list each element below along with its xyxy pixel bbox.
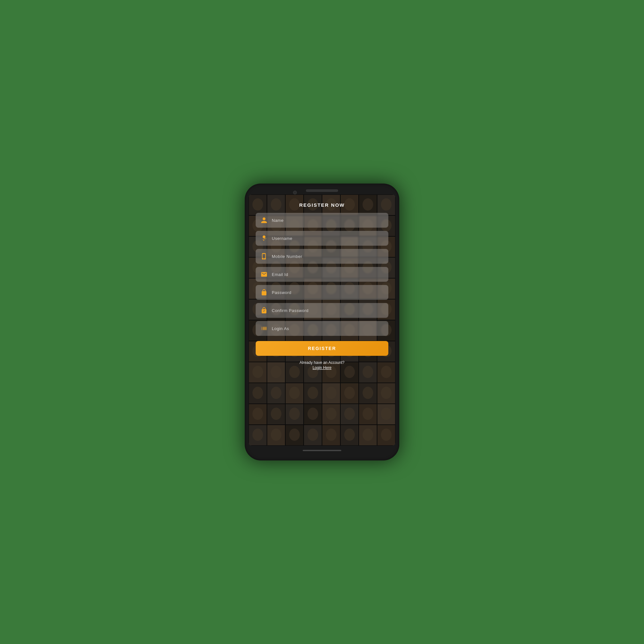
email-input[interactable] xyxy=(272,272,384,277)
phone-camera xyxy=(293,191,297,194)
confirm-password-input[interactable] xyxy=(272,308,384,313)
mobile-input[interactable] xyxy=(272,254,384,259)
lock-check-icon xyxy=(260,306,269,315)
name-input[interactable] xyxy=(272,218,384,223)
edit-person-icon xyxy=(260,234,269,243)
login-here-link[interactable]: Login Here xyxy=(313,365,332,370)
phone-bottom xyxy=(249,446,395,455)
password-field-container xyxy=(256,285,388,300)
username-field-container xyxy=(256,231,388,246)
login-as-input[interactable] xyxy=(272,326,384,331)
register-button[interactable]: REGISTER xyxy=(256,341,388,356)
username-input[interactable] xyxy=(272,236,384,241)
login-as-field-container xyxy=(256,321,388,336)
email-field-container xyxy=(256,267,388,282)
phone-icon xyxy=(260,252,269,261)
person-icon xyxy=(260,216,269,225)
register-title: REGISTER NOW xyxy=(299,202,345,208)
mobile-field-container xyxy=(256,249,388,264)
list-icon xyxy=(260,324,269,333)
email-icon xyxy=(260,270,269,279)
lock-icon xyxy=(260,288,269,297)
home-bar xyxy=(303,450,341,451)
phone-screen: REGISTER NOW xyxy=(249,194,395,446)
password-input[interactable] xyxy=(272,290,384,295)
phone-speaker xyxy=(306,189,338,192)
confirm-password-field-container xyxy=(256,303,388,318)
already-account-text: Already have an Account? xyxy=(299,360,344,365)
phone-device: REGISTER NOW xyxy=(245,184,399,460)
screen-content: REGISTER NOW xyxy=(249,194,395,446)
name-field-container xyxy=(256,213,388,228)
